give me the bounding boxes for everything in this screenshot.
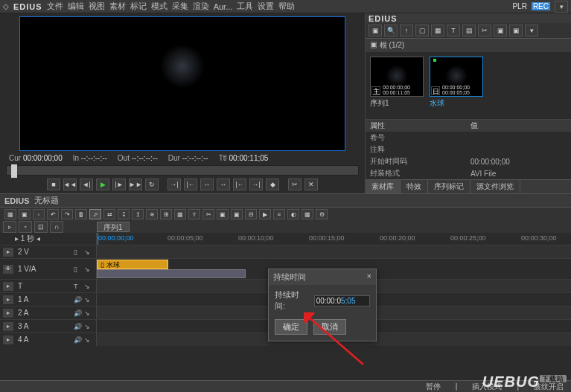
lock-icon[interactable]: ↘	[84, 248, 93, 256]
menu-clip[interactable]: 素材	[109, 1, 126, 12]
prev-button[interactable]: ◄◄	[63, 179, 77, 190]
mixer-icon[interactable]: ≡	[273, 209, 285, 219]
group-icon[interactable]: ▦	[174, 209, 186, 219]
ffwd-button[interactable]: ►►	[129, 179, 142, 190]
mode-b-icon[interactable]: ▫	[19, 221, 32, 233]
delete-button[interactable]: ✕	[304, 179, 318, 190]
stop-button[interactable]: ■	[47, 179, 60, 190]
copy-tool-icon[interactable]: ▣	[217, 209, 229, 219]
split-button[interactable]: ✂	[288, 179, 302, 190]
overwrite-mode-icon[interactable]: ↥	[132, 209, 144, 219]
menu-view[interactable]: 视图	[89, 1, 105, 12]
settings-icon[interactable]: ⚙	[316, 209, 328, 219]
paste-icon[interactable]: ▣	[509, 25, 523, 36]
menu-aur[interactable]: Aur...	[214, 2, 233, 11]
track-head-1a[interactable]: ▸ 1 A 🔊 ↘	[0, 293, 97, 306]
lock-icon[interactable]: ↘	[84, 323, 93, 330]
track-head-4a[interactable]: ▸ 4 A 🔊 ↘	[0, 333, 97, 346]
tab-browser[interactable]: 源文件浏览	[470, 180, 520, 193]
set-out-button[interactable]: |←	[184, 179, 197, 190]
new-folder-icon[interactable]: ▢	[415, 25, 429, 36]
menu-marker[interactable]: 标记	[130, 1, 147, 12]
title-tool-icon[interactable]: T	[188, 209, 200, 219]
window-menu-icon[interactable]: ▾	[555, 1, 568, 13]
close-icon[interactable]: ×	[367, 271, 371, 283]
track-head-2a[interactable]: ▸ 2 A 🔊 ↘	[0, 306, 97, 319]
track-enable-icon[interactable]: ▸	[3, 295, 13, 304]
menu-edit[interactable]: 编辑	[68, 1, 84, 12]
cut-tool-icon[interactable]: ✂	[202, 209, 214, 219]
menu-tools[interactable]: 工具	[237, 1, 253, 12]
sequence-tab[interactable]: 序列1	[97, 222, 130, 232]
tab-bin[interactable]: 素材库	[366, 180, 401, 193]
bin-item[interactable]: 主00:00:00;0000:00:11;05 序列1	[370, 57, 424, 115]
speaker-icon[interactable]: 🔊	[74, 336, 83, 344]
track-enable-icon[interactable]: ▸	[3, 248, 13, 257]
new-seq-button[interactable]: ▦	[4, 209, 16, 219]
track-enable-icon[interactable]: 👁	[3, 265, 13, 274]
next-button[interactable]: |►	[112, 179, 126, 190]
color-icon[interactable]: ◐	[287, 209, 299, 219]
track-head-1va[interactable]: 👁 1 V/A ▯ ↘	[0, 259, 97, 279]
speaker-icon[interactable]: 🔊	[74, 309, 83, 317]
mode-a-icon[interactable]: ▹	[3, 221, 16, 233]
up-icon[interactable]: ↑	[400, 25, 413, 36]
mode-c-icon[interactable]: ⊡	[34, 221, 48, 233]
menu-capture[interactable]: 采集	[172, 1, 188, 12]
menu-help[interactable]: 帮助	[278, 1, 295, 12]
speaker-icon[interactable]: 🔊	[74, 296, 83, 303]
prev-edit-button[interactable]: |←	[233, 179, 246, 190]
goto-in-button[interactable]: ↔	[200, 179, 214, 190]
menu-settings[interactable]: 设置	[258, 1, 274, 12]
copy-icon[interactable]: ▣	[494, 25, 507, 36]
track-enable-icon[interactable]: ▸	[3, 322, 13, 331]
video-icon[interactable]: ▯	[74, 266, 83, 273]
seek-bar[interactable]	[6, 165, 359, 176]
tab-markers[interactable]: 序列标记	[428, 180, 470, 193]
snap-icon[interactable]: ⊞	[160, 209, 172, 219]
lock-icon[interactable]: ↘	[84, 266, 93, 273]
del-gap-icon[interactable]: ⊟	[245, 209, 257, 219]
lock-icon[interactable]: ↘	[84, 296, 93, 303]
preview-monitor[interactable]	[19, 16, 345, 151]
track-head-3a[interactable]: ▸ 3 A 🔊 ↘	[0, 320, 97, 332]
track-head-t[interactable]: ▸ T T ↘	[0, 280, 97, 292]
next-edit-button[interactable]: →|	[249, 179, 263, 190]
play-button[interactable]: ▶	[96, 179, 109, 190]
props-icon[interactable]: ▤	[462, 25, 476, 36]
duration-input[interactable]: 00:00:05;05	[314, 295, 370, 306]
insert-mode-icon[interactable]: ↧	[118, 209, 130, 219]
lock-icon[interactable]: ↘	[84, 283, 93, 290]
save-button[interactable]: ▫	[33, 209, 45, 219]
menu-mode[interactable]: 模式	[151, 1, 168, 12]
seek-cursor[interactable]	[11, 164, 17, 178]
track-2v[interactable]	[97, 245, 571, 258]
render-icon[interactable]: ▶	[259, 209, 271, 219]
clip-audio[interactable]	[97, 269, 246, 278]
title-track-icon[interactable]: T	[74, 283, 83, 290]
ripple-icon[interactable]: ≋	[146, 209, 158, 219]
magnet-icon[interactable]: ∩	[50, 221, 63, 233]
cut-icon[interactable]: ✂	[478, 25, 491, 36]
new-seq-icon[interactable]: ▦	[431, 25, 444, 36]
lock-icon[interactable]: ↘	[84, 309, 93, 317]
search-icon[interactable]: 🔍	[384, 25, 398, 36]
track-enable-icon[interactable]: ▸	[3, 282, 13, 291]
ok-button[interactable]: 确定	[275, 319, 307, 335]
trash-button[interactable]: 🗑	[75, 209, 87, 219]
tab-effects[interactable]: 特效	[401, 180, 428, 193]
timeline-scale[interactable]: ▸ 1 秒 ◂	[0, 233, 97, 245]
title-icon[interactable]: T	[447, 25, 460, 36]
lock-icon[interactable]: ↘	[84, 336, 93, 344]
loop-button[interactable]: ↻	[145, 179, 159, 190]
menu-render[interactable]: 渲染	[193, 1, 209, 12]
track-enable-icon[interactable]: ▸	[3, 335, 13, 344]
track-head-2v[interactable]: ▸ 2 V ▯ ↘	[0, 245, 97, 258]
rewind-button[interactable]: ◄|	[80, 179, 93, 190]
bin-item[interactable]: 日00:00:00;0000:00:05;05 水球	[430, 57, 483, 115]
cancel-button[interactable]: 取消	[313, 319, 346, 335]
link-tool-icon[interactable]: ⇄	[103, 209, 115, 219]
arrow-tool-icon[interactable]: ⬀	[89, 209, 101, 219]
video-icon[interactable]: ▯	[74, 248, 83, 256]
view-icon[interactable]: ▾	[525, 25, 538, 36]
